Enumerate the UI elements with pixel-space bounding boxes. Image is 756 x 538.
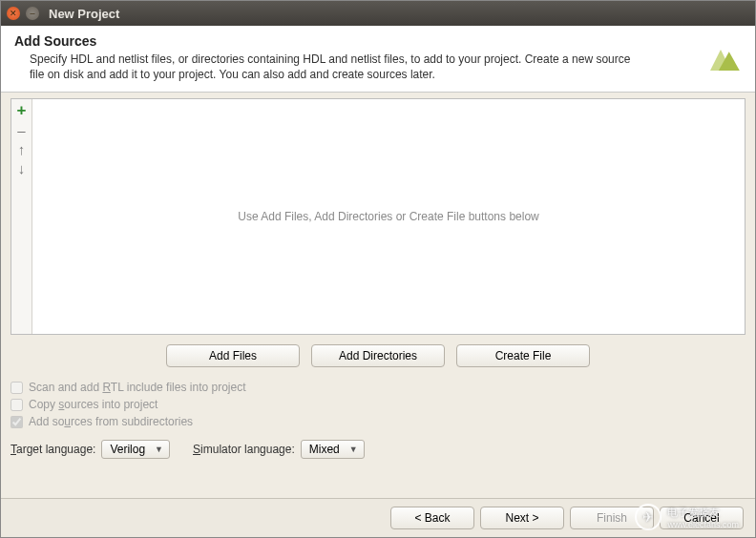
scan-include-checkbox-row: Scan and add RTL include files into proj… — [10, 381, 746, 394]
page-title: Add Sources — [14, 33, 690, 49]
scan-include-checkbox — [10, 382, 23, 394]
page-description: Specify HDL and netlist files, or direct… — [14, 52, 635, 82]
window-title: New Project — [49, 7, 119, 21]
cancel-button[interactable]: Cancel — [660, 507, 744, 529]
finish-button: Finish — [570, 507, 654, 529]
simulator-language-select[interactable]: Mixed ▼ — [301, 440, 365, 459]
scan-include-label: Scan and add RTL include files into proj… — [29, 381, 246, 394]
header-text: Add Sources Specify HDL and netlist file… — [14, 33, 690, 82]
close-icon[interactable]: ✕ — [7, 7, 20, 20]
language-row: Target language: Verilog ▼ Simulator lan… — [10, 440, 746, 459]
add-files-button[interactable]: Add Files — [166, 344, 300, 367]
simulator-language-value: Mixed — [309, 443, 340, 456]
dialog-window: ✕ – New Project Add Sources Specify HDL … — [0, 0, 756, 538]
sources-toolbar: + – ↑ ↓ — [11, 99, 32, 334]
create-file-button[interactable]: Create File — [456, 344, 590, 367]
empty-list-message: Use Add Files, Add Directories or Create… — [32, 99, 745, 334]
copy-sources-label: Copy sources into project — [29, 398, 158, 411]
sources-list-area: + – ↑ ↓ Use Add Files, Add Directories o… — [10, 98, 746, 335]
options-group: Scan and add RTL include files into proj… — [10, 381, 746, 428]
footer-panel: < Back Next > Finish Cancel — [1, 498, 755, 537]
header-panel: Add Sources Specify HDL and netlist file… — [1, 26, 755, 93]
copy-sources-checkbox-row: Copy sources into project — [10, 398, 746, 411]
wizard-logo-icon — [700, 39, 742, 81]
move-up-icon[interactable]: ↑ — [14, 141, 30, 156]
target-language-value: Verilog — [110, 443, 145, 456]
minimize-icon[interactable]: – — [26, 7, 39, 20]
copy-sources-checkbox — [10, 399, 23, 411]
titlebar: ✕ – New Project — [1, 1, 755, 26]
add-icon[interactable]: + — [14, 103, 30, 118]
add-subdirs-checkbox-row: Add sources from subdirectories — [10, 415, 746, 428]
chevron-down-icon: ▼ — [349, 445, 358, 454]
back-button[interactable]: < Back — [390, 507, 474, 529]
target-language-label: Target language: — [10, 443, 95, 456]
add-directories-button[interactable]: Add Directories — [311, 344, 445, 367]
target-language-select[interactable]: Verilog ▼ — [101, 440, 170, 459]
add-subdirs-label: Add sources from subdirectories — [29, 415, 193, 428]
simulator-language-label: Simulator language: — [193, 443, 295, 456]
move-down-icon[interactable]: ↓ — [14, 160, 30, 176]
file-buttons-row: Add Files Add Directories Create File — [10, 344, 746, 367]
add-subdirs-checkbox — [10, 416, 23, 428]
body-panel: + – ↑ ↓ Use Add Files, Add Directories o… — [1, 93, 755, 498]
remove-icon[interactable]: – — [14, 122, 30, 137]
chevron-down-icon: ▼ — [155, 445, 163, 454]
next-button[interactable]: Next > — [480, 507, 564, 529]
